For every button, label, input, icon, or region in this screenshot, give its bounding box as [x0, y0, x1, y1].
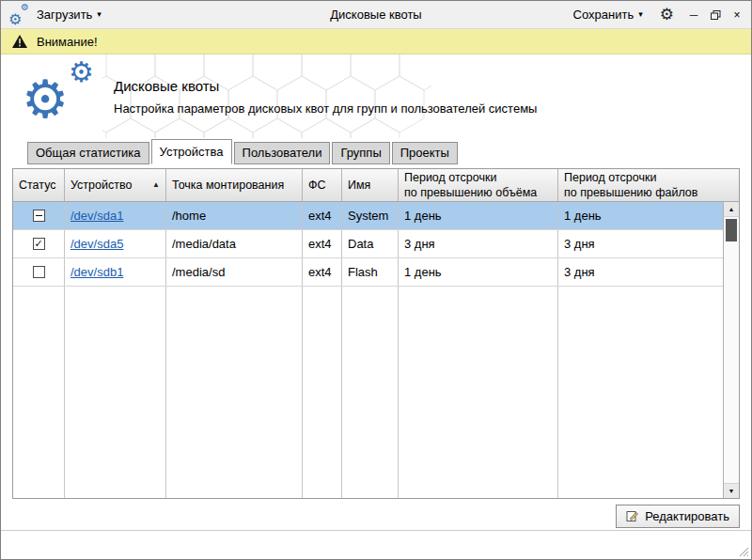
row-checkbox[interactable]	[33, 210, 45, 222]
gear-icon: ⚙	[21, 3, 29, 12]
device-cell: /dev/sda5	[65, 230, 166, 257]
scrollbar-thumb[interactable]	[726, 219, 737, 241]
table-empty-area	[13, 287, 723, 498]
name-cell: Data	[342, 230, 399, 257]
close-button[interactable]: ×	[730, 9, 744, 21]
status-cell	[13, 202, 65, 229]
empty-cell	[558, 287, 723, 498]
column-header-name[interactable]: Имя	[342, 169, 399, 201]
name-cell: System	[342, 202, 399, 229]
app-logo-gears-icon: ⚙ ⚙	[8, 4, 31, 26]
device-link[interactable]: /dev/sda5	[70, 237, 123, 251]
warning-banner: Внимание!	[1, 29, 751, 54]
edit-icon	[626, 510, 639, 522]
chevron-down-icon: ▾	[97, 10, 102, 19]
row-checkbox[interactable]	[33, 238, 45, 250]
scroll-up-icon: ▲	[728, 206, 735, 212]
vertical-scrollbar[interactable]: ▲ ▼	[723, 202, 739, 498]
column-header-status[interactable]: Статус	[13, 169, 65, 201]
column-header-grace-files[interactable]: Период отсрочки по превышению файлов	[558, 169, 739, 201]
restore-icon	[711, 10, 721, 20]
device-link[interactable]: /dev/sdb1	[70, 265, 123, 279]
load-menu-label: Загрузить	[37, 8, 92, 22]
column-header-device[interactable]: Устройство ▲	[65, 169, 166, 201]
tab-bar: Общая статистика Устройства Пользователи…	[27, 138, 458, 164]
tab-users[interactable]: Пользователи	[234, 142, 331, 164]
mount-point-cell: /home	[166, 202, 303, 229]
empty-cell	[342, 287, 399, 498]
restore-button[interactable]	[709, 10, 722, 20]
chevron-down-icon: ▾	[638, 10, 643, 19]
empty-cell	[399, 287, 558, 498]
tab-groups[interactable]: Группы	[332, 142, 389, 164]
grace-files-cell: 3 дня	[558, 258, 723, 286]
settings-gear-icon[interactable]: ⚙	[660, 7, 674, 23]
page-title: Дисковые квоты	[114, 78, 537, 94]
empty-cell	[303, 287, 342, 498]
sort-ascending-icon: ▲	[149, 180, 160, 190]
fs-cell: ext4	[303, 202, 342, 229]
app-window: ⚙ ⚙ Загрузить ▾ Дисковые квоты Сохранить…	[0, 0, 752, 560]
grace-files-cell: 3 дня	[558, 230, 723, 257]
titlebar: ⚙ ⚙ Загрузить ▾ Дисковые квоты Сохранить…	[1, 1, 751, 29]
grace-volume-cell: 3 дня	[399, 230, 558, 257]
column-header-mount-point[interactable]: Точка монтирования	[166, 169, 303, 201]
row-checkbox[interactable]	[33, 266, 45, 278]
tab-devices[interactable]: Устройства	[151, 139, 232, 164]
table-row[interactable]: /dev/sda5 /media/data ext4 Data 3 дня 3 …	[13, 230, 723, 258]
fs-cell: ext4	[303, 258, 342, 286]
devices-table: Статус Устройство ▲ Точка монтирования Ф…	[12, 168, 740, 499]
scroll-up-button[interactable]: ▲	[724, 202, 739, 217]
tab-general-statistics[interactable]: Общая статистика	[27, 142, 149, 164]
gear-icon: ⚙	[69, 58, 94, 86]
warning-text: Внимание!	[37, 35, 98, 49]
tab-projects[interactable]: Проекты	[392, 142, 458, 164]
status-cell	[13, 258, 65, 286]
table-header: Статус Устройство ▲ Точка монтирования Ф…	[13, 169, 739, 202]
scrollbar-track[interactable]	[724, 217, 739, 483]
empty-cell	[166, 287, 303, 498]
status-cell	[13, 230, 65, 257]
mount-point-cell: /media/data	[166, 230, 303, 257]
warning-icon	[11, 34, 28, 49]
device-cell: /dev/sda1	[65, 202, 166, 229]
gear-icon: ⚙	[22, 73, 69, 126]
grace-volume-cell: 1 день	[399, 202, 558, 229]
statusbar	[1, 530, 751, 559]
window-controls: ─ ×	[687, 9, 744, 21]
mount-point-cell: /media/sd	[166, 258, 303, 286]
column-header-fs[interactable]: ФС	[303, 169, 342, 201]
device-cell: /dev/sdb1	[65, 258, 166, 286]
edit-button[interactable]: Редактировать	[616, 505, 740, 528]
scroll-down-button[interactable]: ▼	[724, 483, 739, 498]
grace-files-cell: 1 день	[558, 202, 723, 229]
scroll-down-icon: ▼	[728, 488, 735, 494]
minimize-button[interactable]: ─	[687, 9, 700, 21]
table-row[interactable]: /dev/sdb1 /media/sd ext4 Flash 1 день 3 …	[13, 258, 723, 287]
edit-button-label: Редактировать	[645, 509, 729, 523]
column-header-grace-volume[interactable]: Период отсрочки по превышению объёма	[399, 169, 558, 201]
empty-cell	[65, 287, 166, 498]
table-body: /dev/sda1 /home ext4 System 1 день 1 ден…	[13, 202, 723, 498]
empty-cell	[13, 287, 65, 498]
page-header: ⚙ ⚙ Дисковые квоты Настройка параметров …	[1, 54, 751, 138]
name-cell: Flash	[342, 258, 399, 286]
resize-grip[interactable]	[738, 546, 749, 557]
table-row[interactable]: /dev/sda1 /home ext4 System 1 день 1 ден…	[13, 202, 723, 230]
save-menu-label: Сохранить	[573, 8, 634, 22]
grace-volume-cell: 1 день	[399, 258, 558, 286]
column-header-device-label: Устройство	[70, 178, 132, 193]
page-subtitle: Настройка параметров дисковых квот для г…	[114, 101, 537, 116]
gear-icon: ⚙	[8, 12, 22, 27]
save-menu-button[interactable]: Сохранить ▾	[568, 4, 649, 25]
window-title: Дисковые квоты	[330, 8, 421, 22]
load-menu-button[interactable]: Загрузить ▾	[31, 4, 107, 25]
device-link[interactable]: /dev/sda1	[70, 209, 123, 223]
app-logo-gears-icon: ⚙ ⚙	[22, 58, 110, 135]
fs-cell: ext4	[303, 230, 342, 257]
